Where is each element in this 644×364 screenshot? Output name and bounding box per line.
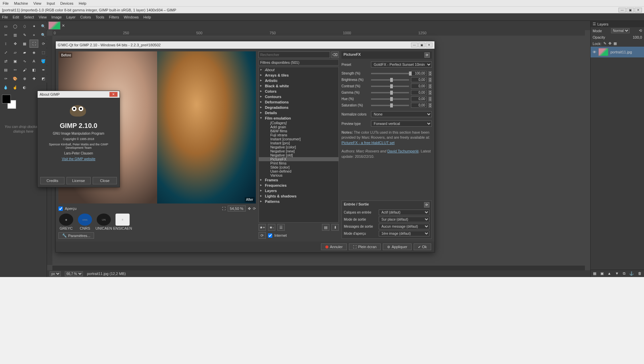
internet-checkbox[interactable] [268, 233, 272, 238]
tab-close-icon[interactable]: ✕ [62, 24, 65, 28]
visibility-icon[interactable]: 👁 [593, 50, 596, 54]
tool-free-select[interactable]: ⬯ [20, 22, 29, 30]
filter-item[interactable]: Negative [color] [259, 145, 338, 149]
tool-align[interactable]: ▦ [20, 40, 29, 48]
filter-item[interactable]: Add grain [259, 125, 338, 129]
sponsor-greyc[interactable]: ◆GREYC [58, 214, 74, 230]
slider-value[interactable]: 0,00 [411, 77, 426, 82]
gimp-titlebar[interactable]: [portrait11] (imported)-1.0 (RGB color 8… [0, 7, 644, 13]
tool-heal[interactable]: ✚ [30, 75, 38, 83]
delete-layer-icon[interactable]: 🗑 [638, 271, 642, 276]
mode-swap-icon[interactable]: ⟲ [639, 29, 642, 33]
tool-perspective[interactable]: ▰ [20, 48, 29, 56]
layer-up-icon[interactable]: ▲ [607, 271, 611, 276]
tool-text[interactable]: A [30, 57, 38, 65]
menu-filters[interactable]: Filters [109, 15, 119, 19]
zoom-value[interactable]: 54,50 % [228, 206, 246, 212]
host-menu-help[interactable]: Help [79, 1, 87, 5]
category-item[interactable]: Frames [259, 177, 338, 183]
tool-foreground[interactable]: ▥ [11, 31, 19, 39]
tool-color-picker[interactable]: ⌖ [30, 31, 38, 39]
anchor-layer-icon[interactable]: ⚓ [629, 271, 634, 276]
filter-item[interactable]: Print films [259, 161, 338, 165]
filter-tree[interactable]: AboutArrays & tilesArtisticBlack & white… [259, 67, 339, 223]
maximize-button[interactable]: ▣ [627, 8, 634, 12]
slider-spinner[interactable]: ▲▼ [428, 78, 432, 82]
host-menu-machine[interactable]: Machine [14, 1, 28, 5]
tool-paths[interactable]: ✎ [20, 31, 29, 39]
tool-warp[interactable]: ∿ [20, 57, 29, 65]
fg-color[interactable] [2, 95, 11, 103]
category-item[interactable]: Frequencies [259, 183, 338, 188]
filter-item[interactable]: Various [259, 173, 338, 177]
tool-measure[interactable]: ⟟ [1, 40, 10, 48]
tool-airbrush[interactable]: ✒ [39, 66, 48, 74]
host-menu-input[interactable]: Input [47, 1, 55, 5]
ok-button[interactable]: ✔Ok [414, 243, 431, 250]
category-item[interactable]: About [259, 67, 338, 73]
preset-select[interactable]: GoldFX - Perfect Sunset 10min [371, 61, 432, 67]
unit-select[interactable]: px [50, 271, 61, 276]
tool-flip[interactable]: ⇄ [1, 57, 10, 65]
slider-value[interactable]: 0,00 [411, 90, 426, 95]
zoom-move-icon[interactable]: ✥ [248, 207, 251, 211]
tool-crop[interactable]: ⛶ [30, 40, 38, 48]
gmic-maximize[interactable]: ▣ [418, 43, 425, 47]
menu-tools[interactable]: Tools [96, 15, 104, 19]
new-layer-icon[interactable]: ▦ [593, 271, 596, 276]
slider-spinner[interactable]: ▲▼ [428, 84, 432, 89]
slider-track[interactable] [371, 79, 409, 81]
layer-group-icon[interactable]: ▣ [600, 271, 604, 276]
apply-button[interactable]: ⚙Appliquer [383, 243, 411, 250]
host-menu-file[interactable]: File [3, 1, 9, 5]
tool-cage[interactable]: ▣ [11, 57, 19, 65]
slider-spinner[interactable]: ▲▼ [428, 71, 432, 76]
category-item[interactable]: Arrays & tiles [259, 73, 338, 78]
menu-help[interactable]: Help [143, 15, 151, 19]
about-close-icon[interactable]: ✕ [109, 92, 118, 97]
tool-blur[interactable]: 💧 [1, 83, 10, 91]
tool-fuzzy-select[interactable]: ✦ [30, 22, 38, 30]
tool-ellipse-select[interactable]: ◯ [11, 22, 19, 30]
host-menu-devices[interactable]: Devices [60, 1, 73, 5]
tool-rotate[interactable]: ⟳ [39, 40, 48, 48]
host-menu-view[interactable]: View [33, 1, 41, 5]
expand-icon[interactable]: ⬇ [331, 224, 339, 231]
category-item[interactable]: Film emulation [259, 116, 338, 121]
layer-thumbnail[interactable] [598, 48, 608, 56]
author-link[interactable]: David Tschumperlé [387, 149, 418, 153]
close-button[interactable]: ✕ [635, 8, 642, 12]
lock-alpha-icon[interactable]: ▦ [613, 41, 617, 46]
io-refresh-icon[interactable]: ⟳ [424, 202, 429, 208]
search-input[interactable] [259, 51, 330, 58]
slider-spinner[interactable]: ▲▼ [428, 90, 432, 95]
menu-windows[interactable]: Windows [124, 15, 139, 19]
filter-refresh-icon[interactable]: ⟳ [424, 52, 430, 58]
search-clear-icon[interactable]: ⌫ [331, 51, 339, 58]
slider-value[interactable]: 0,00 [411, 103, 426, 108]
layer-row[interactable]: 👁 portrait11.jpg [591, 47, 644, 57]
lock-pixels-icon[interactable]: ✎ [603, 41, 606, 46]
zoom-select[interactable]: 66,7 % [65, 271, 83, 276]
tool-eraser[interactable]: ◧ [30, 66, 38, 74]
tool-clone[interactable]: ⊕ [20, 75, 29, 83]
tool-gradient[interactable]: ▤ [1, 66, 10, 74]
filter-item[interactable]: Instant [consumer] [259, 137, 338, 141]
category-item[interactable]: Colors [259, 89, 338, 94]
tool-by-color[interactable]: 🔍 [39, 22, 48, 30]
slider-spinner[interactable]: ▲▼ [428, 97, 432, 101]
normalize-select[interactable]: None [371, 111, 432, 117]
fullscreen-button[interactable]: ⛶Plein écran [349, 243, 381, 250]
slider-track[interactable] [371, 105, 409, 106]
preview-checkbox[interactable] [58, 207, 63, 211]
tool-scissors[interactable]: ✂ [1, 31, 10, 39]
menu-layer[interactable]: Layer [66, 15, 76, 19]
tree-view-icon[interactable]: ☰ [277, 224, 285, 231]
close-button[interactable]: Close [93, 177, 117, 184]
tool-mypaint[interactable]: 🎨 [11, 75, 19, 83]
tool-smudge[interactable]: ☝ [11, 83, 19, 91]
tool-pencil[interactable]: ✏ [11, 66, 19, 74]
tool-ink[interactable]: ✑ [1, 75, 10, 83]
filter-item[interactable]: PictureFX [259, 157, 338, 161]
io-select[interactable]: Sur place (défaut) [379, 217, 429, 222]
